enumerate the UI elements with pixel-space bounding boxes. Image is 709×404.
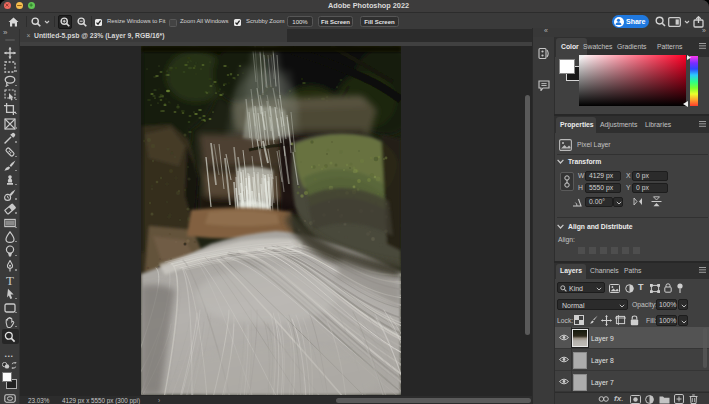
svg-text:T: T (6, 274, 14, 286)
